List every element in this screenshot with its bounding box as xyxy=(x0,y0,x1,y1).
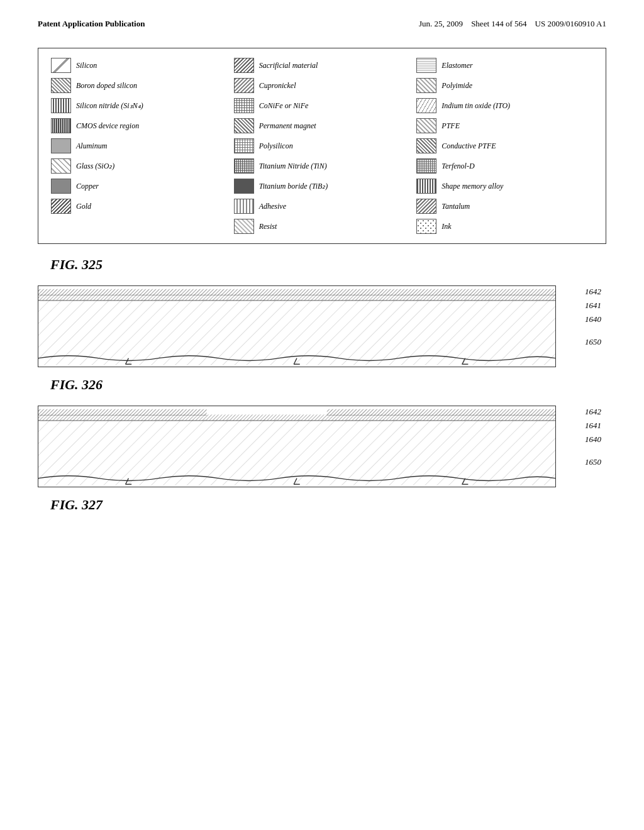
legend-item-ito: Indium tin oxide (ITO) xyxy=(416,98,593,113)
legend-label-ink: Ink xyxy=(441,222,451,231)
header-info: Jun. 25, 2009 Sheet 144 of 564 US 2009/0… xyxy=(419,19,606,29)
legend-label-titanium-boride: Titanium boride (TiB₂) xyxy=(259,182,328,191)
legend-label-conductive-ptfe: Conductive PTFE xyxy=(441,141,496,151)
svg-rect-5 xyxy=(38,294,555,301)
legend-label-shape-memory: Shape memory alloy xyxy=(441,182,503,191)
legend-item-terfenol: Terfenol-D xyxy=(416,158,593,174)
legend-box: Silicon Sacrificial material Elastomer B… xyxy=(38,48,606,244)
legend-item-ink: Ink xyxy=(416,219,593,234)
swatch-polysilicon xyxy=(234,138,254,153)
fig326-ref-1640: 1640 xyxy=(585,314,601,324)
legend-item-ptfe: PTFE xyxy=(416,118,593,133)
svg-rect-21 xyxy=(38,409,207,416)
legend-label-copper: Copper xyxy=(76,182,99,191)
swatch-sacrificial xyxy=(234,58,254,73)
fig327-ref-labels: 1642 1641 1640 1650 xyxy=(585,406,601,467)
svg-rect-22 xyxy=(327,409,555,416)
legend-item-shape-memory: Shape memory alloy xyxy=(416,179,593,194)
fig327-ref-1640: 1640 xyxy=(585,434,601,445)
legend-label-tantalum: Tantalum xyxy=(441,202,470,211)
legend-item-boron: Boron doped silicon xyxy=(51,78,228,93)
fig326-section: 1642 1641 1640 1650 FIG. 326 xyxy=(38,285,606,393)
svg-rect-7 xyxy=(38,289,555,296)
swatch-boron xyxy=(51,78,71,93)
legend-item-silicon: Silicon xyxy=(51,58,228,73)
swatch-adhesive xyxy=(234,199,254,214)
swatch-conife xyxy=(234,98,254,113)
legend-label-polysilicon: Polysilicon xyxy=(259,141,293,151)
fig326-ref-1650: 1650 xyxy=(585,337,601,347)
swatch-copper xyxy=(51,179,71,194)
legend-item-conife: CoNiFe or NiFe xyxy=(234,98,411,113)
header-sheet: Sheet 144 of 564 xyxy=(471,19,526,28)
legend-item-gold: Gold xyxy=(51,199,228,214)
fig326-label: FIG. 326 xyxy=(50,377,606,393)
swatch-silicon-nitride xyxy=(51,98,71,113)
legend-label-cmos: CMOS device region xyxy=(76,121,139,131)
fig326-ref-labels: 1642 1641 1640 1650 xyxy=(585,285,601,347)
legend-label-ito: Indium tin oxide (ITO) xyxy=(441,101,510,111)
header-pub-number: US 2009/0160910 A1 xyxy=(535,19,606,28)
swatch-ink xyxy=(416,219,436,234)
legend-label-cupronickel: Cupronickel xyxy=(259,81,296,91)
swatch-terfenol xyxy=(416,158,436,174)
swatch-permanent xyxy=(234,118,254,133)
legend-label-adhesive: Adhesive xyxy=(259,202,286,211)
swatch-cmos xyxy=(51,118,71,133)
legend-label-terfenol: Terfenol-D xyxy=(441,162,474,171)
legend-item-empty xyxy=(51,219,228,234)
swatch-polyimide xyxy=(416,78,436,93)
header-publication-label: Patent Application Publication xyxy=(38,19,145,29)
swatch-resist xyxy=(234,219,254,234)
fig326-ref-1642: 1642 xyxy=(585,287,601,297)
legend-item-titanium-boride: Titanium boride (TiB₂) xyxy=(234,179,411,194)
fig327-section: 1642 1641 1640 1650 FIG. 327 xyxy=(38,406,606,513)
swatch-titanium-boride xyxy=(234,179,254,194)
svg-rect-19 xyxy=(38,414,555,421)
legend-label-polyimide: Polyimide xyxy=(441,81,472,91)
swatch-silicon xyxy=(51,58,71,73)
legend-item-tantalum: Tantalum xyxy=(416,199,593,214)
legend-label-permanent: Permanent magnet xyxy=(259,121,316,131)
legend-label-gold: Gold xyxy=(76,202,91,211)
legend-label-aluminum: Aluminum xyxy=(76,141,107,151)
svg-rect-4 xyxy=(38,299,555,365)
fig326-svg xyxy=(38,285,556,367)
page: Patent Application Publication Jun. 25, … xyxy=(0,0,644,830)
swatch-shape-memory xyxy=(416,179,436,194)
legend-item-polysilicon: Polysilicon xyxy=(234,138,411,153)
fig327-ref-1641: 1641 xyxy=(585,421,601,431)
legend-item-polyimide: Polyimide xyxy=(416,78,593,93)
header-date: Jun. 25, 2009 xyxy=(419,19,463,28)
legend-item-cmos: CMOS device region xyxy=(51,118,228,133)
legend-label-silicon-nitride: Silicon nitride (Si₃N₄) xyxy=(76,101,143,111)
legend-label-sacrificial: Sacrificial material xyxy=(259,61,318,70)
swatch-conductive-ptfe xyxy=(416,138,436,153)
legend-label-conife: CoNiFe or NiFe xyxy=(259,101,309,111)
fig327-diagram-wrapper: 1642 1641 1640 1650 xyxy=(38,406,556,487)
legend-item-aluminum: Aluminum xyxy=(51,138,228,153)
swatch-ptfe xyxy=(416,118,436,133)
swatch-aluminum xyxy=(51,138,71,153)
fig327-ref-1642: 1642 xyxy=(585,407,601,417)
legend-item-sacrificial: Sacrificial material xyxy=(234,58,411,73)
swatch-ito xyxy=(416,98,436,113)
legend-label-titanium-nitride: Titanium Nitride (TiN) xyxy=(259,162,327,171)
fig327-svg xyxy=(38,406,556,487)
legend-item-permanent: Permanent magnet xyxy=(234,118,411,133)
legend-label-glass: Glass (SiO₂) xyxy=(76,162,114,171)
legend-item-elastomer: Elastomer xyxy=(416,58,593,73)
legend-item-glass: Glass (SiO₂) xyxy=(51,158,228,174)
legend-item-resist: Resist xyxy=(234,219,411,234)
legend-label-boron: Boron doped silicon xyxy=(76,81,137,91)
legend-item-silicon-nitride: Silicon nitride (Si₃N₄) xyxy=(51,98,228,113)
legend-label-elastomer: Elastomer xyxy=(441,61,472,70)
page-header: Patent Application Publication Jun. 25, … xyxy=(38,19,606,29)
fig326-ref-1641: 1641 xyxy=(585,301,601,311)
swatch-cupronickel xyxy=(234,78,254,93)
legend-item-adhesive: Adhesive xyxy=(234,199,411,214)
legend-label-silicon: Silicon xyxy=(76,61,97,70)
swatch-elastomer xyxy=(416,58,436,73)
fig325-label: FIG. 325 xyxy=(50,257,606,273)
fig327-label: FIG. 327 xyxy=(50,497,606,513)
